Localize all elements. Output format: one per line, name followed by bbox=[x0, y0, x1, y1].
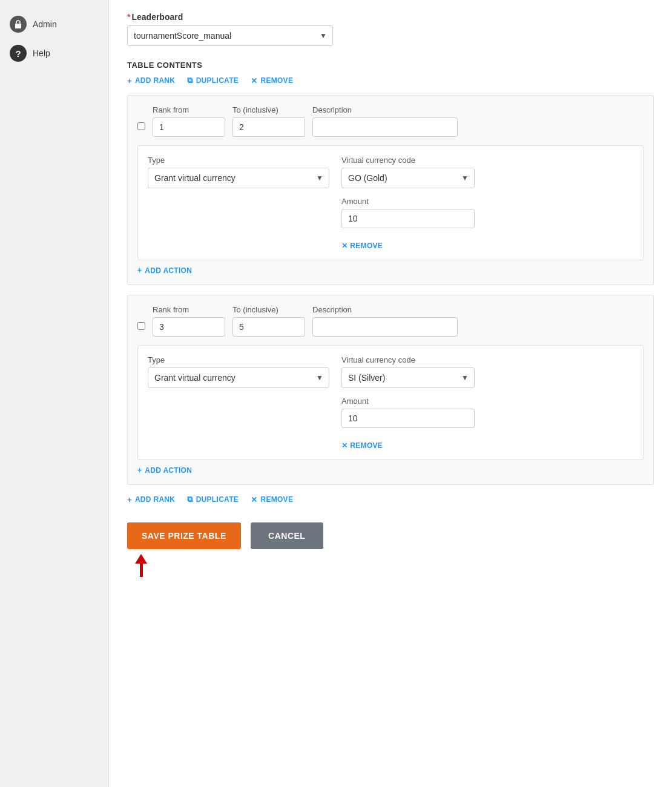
sidebar-help-label: Help bbox=[33, 48, 50, 58]
currency-group-2: Virtual currency code GO (Gold) SI (Silv… bbox=[341, 355, 475, 450]
help-icon: ? bbox=[10, 45, 27, 62]
remove-icon-bottom: ✕ bbox=[251, 495, 257, 504]
add-rank-button-bottom[interactable]: + ADD RANK bbox=[127, 495, 175, 504]
rank-from-group-1: Rank from bbox=[153, 105, 225, 137]
action-box-2: Type Grant virtual currency ▼ Virtual cu… bbox=[137, 345, 644, 460]
action-bar-bottom: + ADD RANK ⧉ DUPLICATE ✕ REMOVE bbox=[127, 495, 654, 504]
rank-from-label-1: Rank from bbox=[153, 105, 225, 114]
save-prize-table-button[interactable]: SAVE PRIZE TABLE bbox=[127, 522, 241, 549]
amount-input-1[interactable] bbox=[341, 209, 475, 228]
type-group-2: Type Grant virtual currency ▼ bbox=[148, 355, 329, 388]
description-label-2: Description bbox=[312, 305, 458, 314]
duplicate-icon-bottom: ⧉ bbox=[187, 495, 193, 504]
svg-rect-0 bbox=[15, 24, 21, 28]
action-box-fields-2: Type Grant virtual currency ▼ Virtual cu… bbox=[148, 355, 633, 450]
currency-select-wrapper-1: GO (Gold) SI (Silver) ▼ bbox=[341, 168, 475, 188]
add-rank-button-top[interactable]: + ADD RANK bbox=[127, 76, 175, 85]
rank-checkbox-1[interactable] bbox=[137, 122, 145, 130]
type-select-1[interactable]: Grant virtual currency bbox=[148, 168, 329, 188]
remove-action-label-2: REMOVE bbox=[350, 441, 383, 450]
cancel-button[interactable]: CANCEL bbox=[251, 522, 323, 549]
add-action-label-1: ADD ACTION bbox=[145, 266, 192, 275]
currency-select-1[interactable]: GO (Gold) SI (Silver) bbox=[341, 168, 475, 188]
rank-from-input-2[interactable] bbox=[153, 317, 225, 337]
to-inclusive-group-2: To (inclusive) bbox=[232, 305, 305, 337]
amount-field-1: Amount bbox=[341, 197, 475, 228]
leaderboard-select[interactable]: tournamentScore_manual bbox=[127, 25, 333, 46]
lock-icon bbox=[10, 16, 27, 33]
rank-row-2: Rank from To (inclusive) Description bbox=[127, 295, 654, 485]
action-box-fields-1: Type Grant virtual currency ▼ Virtual cu… bbox=[148, 156, 633, 250]
rank-row-1: Rank from To (inclusive) Description bbox=[127, 95, 654, 285]
amount-field-2: Amount bbox=[341, 397, 475, 428]
app-layout: Admin ? Help * Leaderboard tournamentSco… bbox=[0, 0, 672, 787]
to-inclusive-input-2[interactable] bbox=[232, 317, 305, 337]
to-inclusive-label-1: To (inclusive) bbox=[232, 105, 305, 114]
add-action-button-2[interactable]: + ADD ACTION bbox=[137, 466, 192, 475]
remove-label-top: REMOVE bbox=[260, 76, 293, 85]
remove-button-bottom[interactable]: ✕ REMOVE bbox=[251, 495, 293, 504]
remove-icon-top: ✕ bbox=[251, 76, 257, 85]
add-action-label-2: ADD ACTION bbox=[145, 466, 192, 475]
add-rank-label-top: ADD RANK bbox=[135, 76, 175, 85]
duplicate-button-top[interactable]: ⧉ DUPLICATE bbox=[187, 76, 239, 85]
add-action-icon-2: + bbox=[137, 466, 142, 475]
rank-from-group-2: Rank from bbox=[153, 305, 225, 337]
leaderboard-label: * Leaderboard bbox=[127, 12, 654, 22]
rank-from-label-2: Rank from bbox=[153, 305, 225, 314]
description-group-2: Description bbox=[312, 305, 458, 337]
currency-select-2[interactable]: GO (Gold) SI (Silver) bbox=[341, 367, 475, 388]
to-inclusive-group-1: To (inclusive) bbox=[232, 105, 305, 137]
to-inclusive-label-2: To (inclusive) bbox=[232, 305, 305, 314]
add-action-button-1[interactable]: + ADD ACTION bbox=[137, 266, 192, 275]
remove-button-top[interactable]: ✕ REMOVE bbox=[251, 76, 293, 85]
currency-label-2: Virtual currency code bbox=[341, 355, 475, 364]
type-label-2: Type bbox=[148, 355, 329, 364]
plus-icon-bottom: + bbox=[127, 495, 132, 504]
rank-fields-2: Rank from To (inclusive) Description bbox=[137, 305, 644, 337]
add-action-icon-1: + bbox=[137, 266, 142, 275]
rank-from-input-1[interactable] bbox=[153, 117, 225, 137]
type-select-wrapper-2: Grant virtual currency ▼ bbox=[148, 367, 329, 388]
bottom-actions: SAVE PRIZE TABLE CANCEL bbox=[127, 522, 654, 577]
table-contents-section: TABLE CONTENTS + ADD RANK ⧉ DUPLICATE ✕ … bbox=[127, 61, 654, 577]
sidebar-item-help[interactable]: ? Help bbox=[0, 39, 108, 68]
sidebar-item-admin[interactable]: Admin bbox=[0, 10, 108, 39]
to-inclusive-input-1[interactable] bbox=[232, 117, 305, 137]
remove-action-button-2[interactable]: ✕ REMOVE bbox=[341, 441, 475, 450]
remove-icon-action-1: ✕ bbox=[341, 242, 348, 250]
amount-label-2: Amount bbox=[341, 397, 475, 406]
action-box-1: Type Grant virtual currency ▼ Virtual cu… bbox=[137, 145, 644, 260]
sidebar: Admin ? Help bbox=[0, 0, 109, 787]
description-group-1: Description bbox=[312, 105, 458, 137]
remove-icon-action-2: ✕ bbox=[341, 441, 348, 450]
remove-action-label-1: REMOVE bbox=[350, 242, 383, 250]
description-input-1[interactable] bbox=[312, 117, 458, 137]
amount-input-2[interactable] bbox=[341, 409, 475, 428]
action-bar-top: + ADD RANK ⧉ DUPLICATE ✕ REMOVE bbox=[127, 76, 654, 85]
rank-checkbox-2[interactable] bbox=[137, 322, 145, 330]
arrow-up-head bbox=[135, 554, 147, 564]
remove-label-bottom: REMOVE bbox=[260, 495, 293, 504]
amount-label-1: Amount bbox=[341, 197, 475, 206]
duplicate-button-bottom[interactable]: ⧉ DUPLICATE bbox=[187, 495, 239, 504]
arrow-indicator bbox=[127, 554, 143, 577]
leaderboard-select-wrapper: tournamentScore_manual ▼ bbox=[127, 25, 333, 46]
duplicate-icon-top: ⧉ bbox=[187, 76, 193, 85]
type-select-wrapper-1: Grant virtual currency ▼ bbox=[148, 168, 329, 188]
duplicate-label-bottom: DUPLICATE bbox=[196, 495, 239, 504]
type-label-1: Type bbox=[148, 156, 329, 165]
leaderboard-section: * Leaderboard tournamentScore_manual ▼ bbox=[127, 12, 654, 46]
description-label-1: Description bbox=[312, 105, 458, 114]
add-rank-label-bottom: ADD RANK bbox=[135, 495, 175, 504]
currency-group-1: Virtual currency code GO (Gold) SI (Silv… bbox=[341, 156, 475, 250]
currency-label-1: Virtual currency code bbox=[341, 156, 475, 165]
description-input-2[interactable] bbox=[312, 317, 458, 337]
currency-field-2: Virtual currency code GO (Gold) SI (Silv… bbox=[341, 355, 475, 388]
type-group-1: Type Grant virtual currency ▼ bbox=[148, 156, 329, 188]
remove-action-button-1[interactable]: ✕ REMOVE bbox=[341, 242, 475, 250]
arrow-up-tail bbox=[140, 564, 143, 577]
button-row: SAVE PRIZE TABLE CANCEL bbox=[127, 522, 323, 549]
plus-icon-top: + bbox=[127, 76, 132, 85]
type-select-2[interactable]: Grant virtual currency bbox=[148, 367, 329, 388]
